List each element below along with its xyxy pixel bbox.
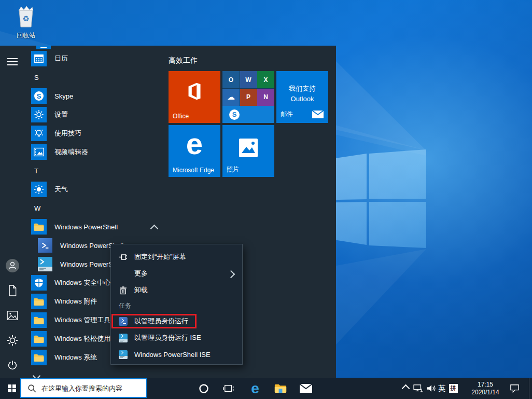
folder-icon bbox=[31, 331, 47, 347]
tray-ime-mode-button[interactable]: 拼 bbox=[447, 378, 459, 399]
trash-icon bbox=[119, 286, 128, 295]
edge-logo-icon: e bbox=[169, 126, 220, 161]
menu-icon-spacer bbox=[119, 269, 128, 278]
app-item-video-editor[interactable]: 视频编辑器 bbox=[31, 143, 167, 161]
menu-item-more[interactable]: 更多 bbox=[111, 265, 242, 282]
user-account-button[interactable] bbox=[0, 253, 25, 278]
tile-photos[interactable]: 照片 bbox=[222, 125, 274, 177]
power-button[interactable] bbox=[0, 353, 25, 378]
chevron-up-icon bbox=[150, 225, 159, 233]
app-label: Windows 系统 bbox=[54, 353, 97, 362]
lightbulb-icon bbox=[31, 126, 47, 141]
tile-office-collage[interactable]: O W X ☁ P N S bbox=[222, 71, 274, 123]
ime-mode-icon: 拼 bbox=[449, 384, 458, 393]
pictures-button[interactable] bbox=[0, 303, 25, 328]
office-logo-icon bbox=[182, 79, 206, 103]
windows-logo-icon bbox=[8, 384, 16, 393]
menu-item-label: 以管理员身份运行 ISE bbox=[134, 333, 201, 342]
task-view-button[interactable] bbox=[221, 378, 236, 399]
outlook-icon: O bbox=[222, 71, 240, 88]
show-desktop-button[interactable] bbox=[529, 378, 532, 399]
app-group-letter-s[interactable]: S bbox=[34, 68, 39, 87]
video-editor-icon bbox=[31, 144, 47, 160]
tile-label: 照片 bbox=[227, 165, 239, 174]
app-label: Windows 安全中心 bbox=[54, 278, 110, 287]
app-label: 视频编辑器 bbox=[54, 147, 88, 157]
menu-section-tasks: 任务 bbox=[119, 298, 250, 313]
tile-microsoft-edge[interactable]: e Microsoft Edge bbox=[169, 125, 220, 177]
tile-group-title[interactable]: 高效工作 bbox=[169, 56, 332, 65]
excel-icon: X bbox=[257, 71, 274, 88]
tile-outlook-mail[interactable]: 我们支持 Outlook 邮件 bbox=[276, 71, 328, 123]
outlook-promo-line2: Outlook bbox=[276, 94, 328, 104]
group-letter: S bbox=[34, 74, 39, 81]
svg-text:♻: ♻ bbox=[22, 14, 29, 23]
menu-item-run-as-administrator-ise[interactable]: 以管理员身份运行 ISE bbox=[111, 329, 242, 346]
powerpoint-icon: P bbox=[240, 89, 257, 106]
app-label: Windows PowerShell bbox=[54, 223, 118, 231]
hamburger-icon bbox=[7, 58, 18, 66]
mail-taskbar-button[interactable] bbox=[298, 378, 314, 399]
app-item-tips[interactable]: 使用技巧 bbox=[31, 124, 167, 143]
file-explorer-icon bbox=[274, 383, 287, 393]
tray-network-button[interactable] bbox=[412, 378, 425, 399]
gear-icon bbox=[7, 335, 18, 346]
recycle-bin-icon[interactable]: ♻ 回收站 bbox=[10, 4, 41, 40]
tray-show-hidden-icons[interactable] bbox=[399, 378, 412, 399]
edge-taskbar-button[interactable]: e bbox=[247, 378, 263, 399]
app-label: Windows 管理工具 bbox=[54, 315, 110, 325]
highlight-red-box bbox=[111, 314, 197, 328]
app-item-settings[interactable]: 设置 bbox=[31, 105, 167, 124]
document-icon bbox=[7, 284, 18, 297]
start-button[interactable] bbox=[4, 378, 20, 399]
app-group-letter-t[interactable]: T bbox=[34, 161, 38, 180]
task-view-icon bbox=[223, 383, 234, 394]
clock-time: 17:15 bbox=[478, 381, 493, 389]
menu-item-pin-to-start[interactable]: 固定到“开始”屏幕 bbox=[111, 249, 242, 265]
app-item-skype[interactable]: S Skype bbox=[31, 87, 167, 105]
svg-text:S: S bbox=[37, 92, 41, 100]
power-icon bbox=[7, 360, 18, 371]
tile-label: Microsoft Edge bbox=[173, 167, 214, 174]
powershell-icon bbox=[38, 238, 52, 253]
search-input[interactable] bbox=[40, 384, 138, 393]
app-item-weather[interactable]: 天气 bbox=[31, 180, 167, 199]
file-explorer-button[interactable] bbox=[272, 378, 289, 399]
tray-clock[interactable]: 17:15 2020/1/14 bbox=[466, 378, 505, 399]
menu-item-windows-powershell-ise[interactable]: Windows PowerShell ISE bbox=[111, 346, 242, 363]
action-center-icon bbox=[510, 384, 520, 393]
app-label: Skype bbox=[54, 92, 73, 100]
app-icon-partial bbox=[36, 46, 51, 49]
network-icon bbox=[413, 384, 424, 393]
menu-item-label: 固定到“开始”屏幕 bbox=[134, 252, 186, 262]
taskbar-search-box[interactable] bbox=[20, 378, 147, 398]
app-label: 设置 bbox=[54, 110, 68, 119]
app-item-calendar[interactable]: 日历 bbox=[31, 49, 167, 68]
cortana-button[interactable] bbox=[196, 378, 212, 399]
onenote-icon: N bbox=[257, 89, 274, 106]
taskbar: e 英 拼 bbox=[0, 378, 532, 399]
chevron-up-icon bbox=[401, 384, 410, 393]
tray-ime-language-button[interactable]: 英 bbox=[436, 378, 447, 399]
app-group-letter-w[interactable]: W bbox=[34, 199, 40, 217]
volume-icon bbox=[427, 384, 437, 393]
group-letter: T bbox=[34, 167, 38, 175]
settings-button[interactable] bbox=[0, 328, 25, 353]
menu-item-uninstall[interactable]: 卸载 bbox=[111, 282, 242, 298]
start-menu-rail bbox=[0, 46, 25, 378]
tile-office[interactable]: Office bbox=[169, 71, 220, 123]
pin-icon bbox=[119, 253, 128, 262]
app-folder-windows-powershell[interactable]: Windows PowerShell bbox=[31, 217, 167, 236]
powershell-ise-icon bbox=[119, 350, 128, 359]
word-icon: W bbox=[240, 71, 257, 88]
folder-icon bbox=[31, 312, 47, 328]
app-label: 日历 bbox=[54, 54, 68, 63]
user-avatar-icon bbox=[6, 259, 19, 272]
documents-button[interactable] bbox=[0, 278, 25, 303]
sun-icon bbox=[31, 182, 47, 197]
calendar-icon bbox=[31, 51, 47, 66]
action-center-button[interactable] bbox=[507, 378, 522, 399]
skype-bar-icon: S bbox=[222, 106, 274, 123]
hamburger-menu-button[interactable] bbox=[0, 49, 25, 74]
mail-envelope-icon bbox=[312, 111, 324, 118]
